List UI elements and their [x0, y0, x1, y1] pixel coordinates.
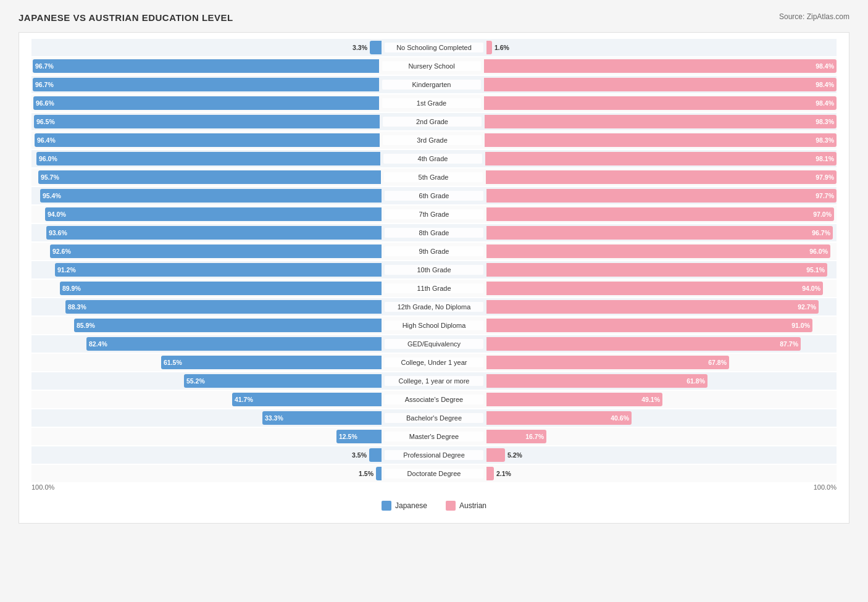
bar-label: Kindergarten: [382, 80, 481, 90]
bar-value-japanese: 92.6%: [52, 248, 71, 255]
bar-value-austrian: 98.1%: [816, 155, 834, 162]
bar-right: 5.2%: [486, 448, 505, 462]
table-row: 85.9%High School Diploma91.0%: [31, 317, 837, 334]
bar-right: 1.6%: [486, 41, 492, 54]
bar-value-austrian: 97.7%: [816, 192, 834, 199]
table-row: 95.7%5th Grade97.9%: [31, 169, 837, 186]
chart-header: JAPANESE VS AUSTRIAN EDUCATION LEVEL Sou…: [19, 12, 849, 23]
bar-left: 96.7%: [33, 78, 379, 91]
bar-value-japanese: 55.2%: [186, 377, 205, 385]
bar-left: 55.2%: [184, 374, 382, 388]
bar-value-austrian: 61.8%: [686, 377, 705, 385]
bar-right: 67.8%: [486, 356, 729, 369]
bar-left: 93.6%: [46, 226, 382, 240]
table-row: 94.0%7th Grade97.0%: [31, 206, 837, 223]
bar-left: 96.4%: [35, 133, 380, 147]
legend-label-japanese: Japanese: [395, 501, 427, 510]
table-row: 96.7%Nursery School98.4%: [31, 57, 837, 75]
bar-right: 87.7%: [486, 337, 801, 351]
bar-right: 97.7%: [486, 189, 837, 203]
table-row: 91.2%10th Grade95.1%: [31, 261, 837, 278]
bar-value-austrian: 16.7%: [525, 433, 544, 440]
bar-right: 49.1%: [486, 393, 662, 406]
table-row: 93.6%8th Grade96.7%: [31, 224, 837, 241]
bar-label: Master's Degree: [385, 432, 483, 441]
bar-label: High School Diploma: [385, 320, 483, 330]
chart-area: 3.3%No Schooling Completed1.6%96.7%Nurse…: [19, 32, 849, 524]
table-row: 92.6%9th Grade96.0%: [31, 243, 837, 260]
bar-label: 5th Grade: [384, 172, 483, 182]
bar-value-japanese: 95.4%: [43, 192, 61, 199]
bar-label: Nursery School: [382, 61, 481, 71]
bar-value-austrian: 96.0%: [809, 248, 828, 255]
bars-container: 3.3%No Schooling Completed1.6%96.7%Nurse…: [31, 39, 837, 482]
bar-label: 11th Grade: [385, 283, 483, 293]
bar-value-japanese: 41.7%: [235, 396, 253, 403]
chart-source: Source: ZipAtlas.com: [779, 12, 849, 21]
bar-left: 94.0%: [45, 207, 382, 221]
bar-value-japanese: 82.4%: [89, 340, 107, 348]
bar-label: 9th Grade: [385, 246, 483, 256]
bar-value-japanese: 94.0%: [48, 211, 66, 218]
bar-label: Professional Degree: [385, 450, 483, 460]
table-row: 89.9%11th Grade94.0%: [31, 280, 837, 297]
bar-left: 96.7%: [33, 59, 379, 73]
table-row: 61.5%College, Under 1 year67.8%: [31, 354, 837, 371]
legend-item-japanese: Japanese: [382, 501, 427, 511]
bar-value-austrian: 97.9%: [816, 173, 834, 181]
bar-right: 94.0%: [486, 282, 823, 295]
bar-left: 82.4%: [86, 337, 382, 351]
bar-left: 1.5%: [376, 467, 382, 480]
bar-value-austrian: 40.6%: [611, 414, 629, 422]
legend-box-japanese: [382, 501, 391, 511]
bar-left: 33.3%: [262, 411, 382, 425]
table-row: 82.4%GED/Equivalency87.7%: [31, 335, 837, 353]
axis-labels: 100.0% 100.0%: [31, 483, 837, 493]
bar-value-austrian: 49.1%: [641, 396, 660, 403]
bar-value-japanese: 1.5%: [359, 470, 373, 477]
bar-left: 92.6%: [50, 245, 382, 258]
bar-left: 95.4%: [40, 189, 382, 203]
bar-value-austrian: 98.4%: [816, 81, 834, 88]
bar-value-japanese: 88.3%: [68, 303, 86, 311]
bar-label: 10th Grade: [385, 265, 483, 275]
bar-value-japanese: 61.5%: [164, 359, 182, 366]
legend-box-austrian: [446, 501, 456, 511]
bar-left: 3.5%: [369, 448, 382, 462]
bar-left: 61.5%: [161, 356, 382, 369]
bar-right: 95.1%: [486, 263, 827, 277]
table-row: 96.5%2nd Grade98.3%: [31, 113, 837, 130]
bar-label: 8th Grade: [385, 228, 483, 238]
bar-value-japanese: 3.3%: [353, 44, 367, 51]
bar-right: 91.0%: [486, 319, 812, 332]
table-row: 96.6%1st Grade98.4%: [31, 94, 837, 112]
bar-label: 3rd Grade: [383, 135, 482, 145]
table-row: 12.5%Master's Degree16.7%: [31, 428, 837, 445]
bar-value-austrian: 5.2%: [507, 451, 522, 459]
bar-right: 16.7%: [486, 430, 546, 443]
bar-value-japanese: 93.6%: [49, 229, 67, 236]
bar-value-japanese: 96.5%: [36, 118, 55, 125]
table-row: 96.7%Kindergarten98.4%: [31, 76, 837, 93]
bar-label: College, Under 1 year: [385, 357, 483, 367]
legend-item-austrian: Austrian: [446, 501, 486, 511]
bar-left: 96.6%: [33, 96, 379, 110]
bar-right: 98.3%: [485, 115, 837, 128]
bar-value-japanese: 96.4%: [37, 136, 56, 144]
bar-left: 95.7%: [38, 170, 381, 184]
bar-right: 98.4%: [484, 78, 837, 91]
bar-label: Bachelor's Degree: [385, 413, 483, 423]
bar-left: 3.3%: [370, 41, 382, 54]
bar-left: 96.5%: [34, 115, 380, 128]
bar-right: 98.1%: [485, 152, 837, 165]
bar-label: 2nd Grade: [383, 117, 482, 127]
bar-value-austrian: 1.6%: [495, 44, 509, 51]
table-row: 96.4%3rd Grade98.3%: [31, 132, 837, 149]
bar-label: No Schooling Completed: [385, 43, 483, 52]
table-row: 1.5%Doctorate Degree2.1%: [31, 465, 837, 482]
bar-label: 1st Grade: [382, 98, 481, 108]
bar-value-austrian: 98.4%: [816, 62, 834, 70]
bar-label: 6th Grade: [385, 191, 483, 201]
bar-value-austrian: 67.8%: [708, 359, 727, 366]
table-row: 55.2%College, 1 year or more61.8%: [31, 372, 837, 390]
